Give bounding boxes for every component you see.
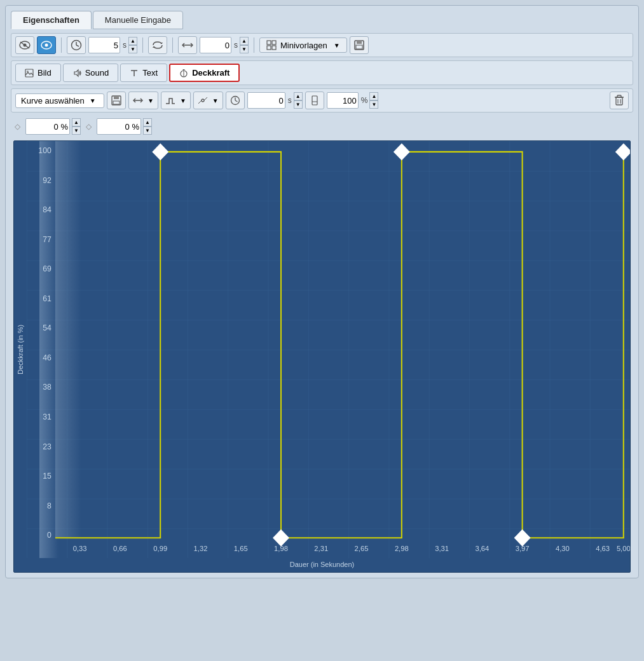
offset-spin-up[interactable]: ▲ [240,37,249,45]
duration-spin-up[interactable]: ▲ [128,37,137,45]
svg-text:2,98: 2,98 [395,545,409,552]
x-axis-label: Dauer (in Sekunden) [14,558,630,572]
svg-text:15: 15 [43,472,51,480]
svg-rect-36 [616,97,622,105]
svg-text:92: 92 [43,175,51,184]
left-diamond-icon: ◇ [15,122,20,131]
stretch-arrow: ▼ [147,97,154,104]
duration-arrows: ▲ ▼ [128,37,137,53]
svg-text:2,31: 2,31 [314,545,328,552]
time-spinner: s ▲ ▼ [247,92,303,109]
eye-hidden-button[interactable] [15,36,34,54]
duration-unit: s [123,41,127,50]
opacity-spin-up[interactable]: ▲ [369,92,378,100]
left-percent-down[interactable]: ▼ [72,126,81,135]
left-percent-input[interactable] [25,118,70,135]
tab-text[interactable]: Text [120,64,167,82]
percent-row: ◇ ▲ ▼ ◇ ▲ ▼ [11,116,633,137]
right-percent-input[interactable] [97,118,141,135]
minivorlagen-arrow: ▼ [334,42,340,49]
svg-text:46: 46 [43,353,51,362]
curve-clock-btn[interactable] [226,92,245,109]
svg-text:3,31: 3,31 [435,545,449,552]
curve-select-label: Kurve auswählen [21,96,85,106]
svg-rect-70 [55,141,81,538]
svg-text:4,63: 4,63 [596,545,610,552]
separator-1 [61,37,62,53]
curve-step-btn[interactable]: ▼ [161,92,191,109]
offset-spinner: 0 s ▲ ▼ [200,37,249,53]
duration-spinner: 5 s ▲ ▼ [88,37,137,53]
tab-manuelle-eingabe[interactable]: Manuelle Eingabe [93,11,183,29]
curve-bezier-btn[interactable]: ▼ [193,92,223,109]
curve-toolbar: Kurve auswählen ▼ ▼ ▼ [11,88,633,112]
opacity-input[interactable] [327,92,359,109]
chart-svg[interactable]: 100 92 84 77 69 61 54 46 38 31 23 15 8 0… [27,141,630,558]
tab-eigenschaften[interactable]: Eigenschaften [11,11,92,29]
tab-bild[interactable]: Bild [15,64,61,82]
svg-line-29 [204,97,207,100]
right-percent-down[interactable]: ▼ [143,126,152,135]
svg-marker-18 [74,70,78,76]
bezier-arrow: ▼ [212,97,219,104]
svg-text:38: 38 [43,383,51,392]
svg-text:1,32: 1,32 [194,545,208,552]
curve-select-dropdown[interactable]: Kurve auswählen ▼ [15,93,104,108]
svg-text:0,66: 0,66 [113,545,127,552]
svg-point-2 [24,44,27,47]
loop-icon-btn[interactable] [148,36,167,54]
opacity-spin-down[interactable]: ▼ [369,100,378,109]
right-percent-spinner: ▲ ▼ [97,118,152,135]
svg-point-4 [45,44,48,47]
duration-input[interactable]: 5 [88,37,120,53]
svg-text:23: 23 [43,442,51,451]
minivorlagen-button[interactable]: Minivorlagen ▼ [259,37,347,53]
right-diamond-icon: ◇ [86,122,92,131]
curve-save-btn[interactable] [107,92,126,109]
svg-text:0,99: 0,99 [153,545,167,552]
time-spin-up[interactable]: ▲ [294,92,303,100]
curve-stretch-btn[interactable]: ▼ [128,92,158,109]
svg-text:84: 84 [43,205,51,214]
tab-deckkraft[interactable]: Deckkraft [169,64,240,82]
tab-bar: Eigenschaften Manuelle Eingabe [11,11,633,29]
svg-rect-25 [113,101,120,104]
toolbar-row-1: 5 s ▲ ▼ 0 s [11,33,633,57]
offset-spin-down[interactable]: ▼ [240,45,249,53]
tab-sound[interactable]: Sound [63,64,119,82]
svg-text:1,65: 1,65 [234,545,248,552]
time-input[interactable] [247,92,285,109]
time-unit: s [288,96,292,105]
separator-4 [254,37,254,53]
svg-point-27 [202,99,204,102]
svg-text:0,33: 0,33 [73,545,87,552]
svg-text:4,30: 4,30 [556,545,570,552]
svg-rect-12 [272,46,276,50]
svg-line-7 [76,45,79,46]
chart-container[interactable]: Deckkraft (in %) 100 92 84 [13,140,631,573]
svg-text:5,00: 5,00 [617,545,630,552]
tab-deckkraft-label: Deckkraft [192,68,230,78]
offset-input[interactable]: 0 [200,37,231,53]
svg-rect-15 [356,45,362,49]
clock-icon-btn [67,36,86,54]
svg-text:69: 69 [43,264,51,273]
save-button[interactable] [350,36,369,54]
offset-unit: s [234,41,238,50]
chart-plot[interactable]: 100 92 84 77 69 61 54 46 38 31 23 15 8 0… [27,141,630,558]
duration-spin-down[interactable]: ▼ [128,45,137,53]
right-percent-up[interactable]: ▲ [143,118,152,126]
time-arrows: ▲ ▼ [294,92,303,109]
time-spin-down[interactable]: ▼ [294,100,303,109]
minivorlagen-label: Minivorlagen [280,41,327,50]
eye-visible-button[interactable] [37,36,56,54]
svg-rect-16 [25,69,33,77]
offset-icon-btn [178,36,197,54]
tab-text-label: Text [142,68,158,78]
left-percent-up[interactable]: ▲ [72,118,81,126]
delete-curve-btn[interactable] [610,92,629,109]
svg-rect-11 [267,46,271,50]
svg-text:3,64: 3,64 [475,545,489,552]
svg-rect-9 [267,41,271,44]
right-percent-arrows: ▲ ▼ [143,118,152,135]
